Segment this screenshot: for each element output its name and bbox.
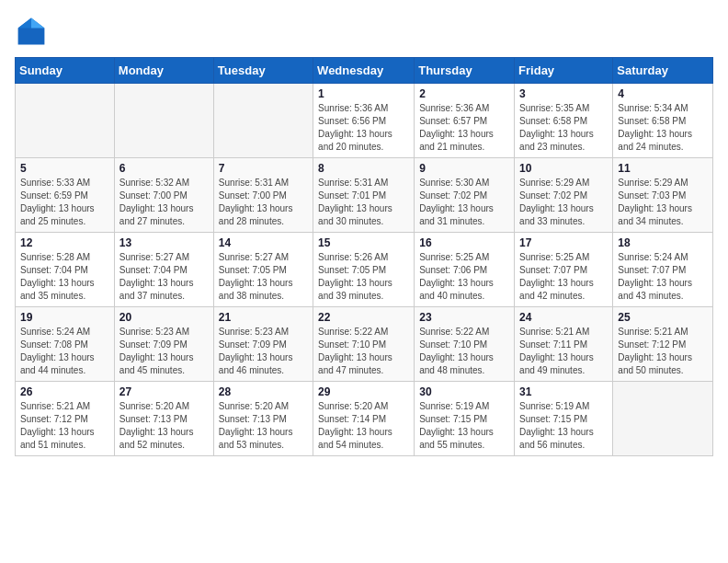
calendar-cell: 20Sunrise: 5:23 AM Sunset: 7:09 PM Dayli… bbox=[114, 307, 213, 382]
calendar-cell: 13Sunrise: 5:27 AM Sunset: 7:04 PM Dayli… bbox=[114, 233, 213, 307]
day-number: 17 bbox=[519, 236, 608, 249]
day-number: 20 bbox=[119, 311, 209, 324]
calendar-cell: 16Sunrise: 5:25 AM Sunset: 7:06 PM Dayli… bbox=[415, 233, 515, 307]
calendar-cell bbox=[114, 84, 213, 158]
day-info: Sunrise: 5:20 AM Sunset: 7:13 PM Dayligh… bbox=[119, 400, 209, 452]
day-number: 3 bbox=[519, 87, 608, 100]
calendar-cell: 18Sunrise: 5:24 AM Sunset: 7:07 PM Dayli… bbox=[613, 233, 713, 307]
calendar-cell bbox=[16, 84, 115, 158]
calendar-cell: 12Sunrise: 5:28 AM Sunset: 7:04 PM Dayli… bbox=[16, 233, 115, 307]
day-number: 9 bbox=[419, 162, 509, 175]
logo bbox=[15, 15, 51, 48]
calendar-cell: 17Sunrise: 5:25 AM Sunset: 7:07 PM Dayli… bbox=[515, 233, 613, 307]
calendar-cell: 29Sunrise: 5:20 AM Sunset: 7:14 PM Dayli… bbox=[313, 382, 415, 456]
calendar-cell: 14Sunrise: 5:27 AM Sunset: 7:05 PM Dayli… bbox=[213, 233, 313, 307]
calendar-cell: 23Sunrise: 5:22 AM Sunset: 7:10 PM Dayli… bbox=[415, 307, 515, 382]
day-number: 18 bbox=[618, 236, 708, 249]
svg-marker-2 bbox=[18, 18, 31, 29]
calendar-cell: 31Sunrise: 5:19 AM Sunset: 7:15 PM Dayli… bbox=[515, 382, 613, 456]
day-info: Sunrise: 5:32 AM Sunset: 7:00 PM Dayligh… bbox=[119, 177, 209, 228]
day-number: 4 bbox=[618, 87, 708, 100]
day-info: Sunrise: 5:30 AM Sunset: 7:02 PM Dayligh… bbox=[419, 177, 509, 228]
day-info: Sunrise: 5:22 AM Sunset: 7:10 PM Dayligh… bbox=[318, 326, 409, 377]
calendar-header-friday: Friday bbox=[515, 58, 613, 84]
calendar-week-1: 1Sunrise: 5:36 AM Sunset: 6:56 PM Daylig… bbox=[16, 84, 713, 158]
day-number: 24 bbox=[519, 311, 608, 324]
day-number: 19 bbox=[20, 311, 109, 324]
day-info: Sunrise: 5:23 AM Sunset: 7:09 PM Dayligh… bbox=[119, 326, 209, 377]
day-number: 15 bbox=[318, 236, 409, 249]
logo-icon bbox=[15, 15, 48, 48]
day-number: 2 bbox=[419, 87, 509, 100]
day-info: Sunrise: 5:25 AM Sunset: 7:06 PM Dayligh… bbox=[419, 251, 509, 303]
day-number: 26 bbox=[20, 385, 109, 398]
day-number: 16 bbox=[419, 236, 509, 249]
calendar-header-row: SundayMondayTuesdayWednesdayThursdayFrid… bbox=[16, 58, 713, 84]
calendar-cell: 22Sunrise: 5:22 AM Sunset: 7:10 PM Dayli… bbox=[313, 307, 415, 382]
day-info: Sunrise: 5:24 AM Sunset: 7:07 PM Dayligh… bbox=[618, 251, 708, 303]
day-info: Sunrise: 5:26 AM Sunset: 7:05 PM Dayligh… bbox=[318, 251, 409, 303]
day-number: 11 bbox=[618, 162, 708, 175]
calendar-cell: 8Sunrise: 5:31 AM Sunset: 7:01 PM Daylig… bbox=[313, 158, 415, 233]
day-number: 27 bbox=[119, 385, 209, 398]
day-number: 8 bbox=[318, 162, 409, 175]
day-info: Sunrise: 5:27 AM Sunset: 7:04 PM Dayligh… bbox=[119, 251, 209, 303]
day-info: Sunrise: 5:34 AM Sunset: 6:58 PM Dayligh… bbox=[618, 102, 708, 154]
calendar-header-monday: Monday bbox=[114, 58, 213, 84]
day-number: 25 bbox=[618, 311, 708, 324]
calendar-cell: 15Sunrise: 5:26 AM Sunset: 7:05 PM Dayli… bbox=[313, 233, 415, 307]
calendar-cell: 30Sunrise: 5:19 AM Sunset: 7:15 PM Dayli… bbox=[415, 382, 515, 456]
day-info: Sunrise: 5:21 AM Sunset: 7:11 PM Dayligh… bbox=[519, 326, 608, 377]
calendar-cell: 10Sunrise: 5:29 AM Sunset: 7:02 PM Dayli… bbox=[515, 158, 613, 233]
day-number: 13 bbox=[119, 236, 209, 249]
day-info: Sunrise: 5:36 AM Sunset: 6:56 PM Dayligh… bbox=[318, 102, 409, 154]
day-info: Sunrise: 5:19 AM Sunset: 7:15 PM Dayligh… bbox=[519, 400, 608, 452]
day-number: 6 bbox=[119, 162, 209, 175]
calendar-header-sunday: Sunday bbox=[16, 58, 115, 84]
day-info: Sunrise: 5:35 AM Sunset: 6:58 PM Dayligh… bbox=[519, 102, 608, 154]
calendar-header-tuesday: Tuesday bbox=[213, 58, 313, 84]
day-info: Sunrise: 5:33 AM Sunset: 6:59 PM Dayligh… bbox=[20, 177, 109, 228]
day-info: Sunrise: 5:20 AM Sunset: 7:13 PM Dayligh… bbox=[219, 400, 308, 452]
calendar-week-2: 5Sunrise: 5:33 AM Sunset: 6:59 PM Daylig… bbox=[16, 158, 713, 233]
calendar-cell: 7Sunrise: 5:31 AM Sunset: 7:00 PM Daylig… bbox=[213, 158, 313, 233]
day-info: Sunrise: 5:29 AM Sunset: 7:03 PM Dayligh… bbox=[618, 177, 708, 228]
calendar-cell: 28Sunrise: 5:20 AM Sunset: 7:13 PM Dayli… bbox=[213, 382, 313, 456]
day-number: 14 bbox=[219, 236, 308, 249]
day-number: 31 bbox=[519, 385, 608, 398]
day-number: 23 bbox=[419, 311, 509, 324]
calendar-cell: 26Sunrise: 5:21 AM Sunset: 7:12 PM Dayli… bbox=[16, 382, 115, 456]
calendar-week-5: 26Sunrise: 5:21 AM Sunset: 7:12 PM Dayli… bbox=[16, 382, 713, 456]
calendar-cell: 19Sunrise: 5:24 AM Sunset: 7:08 PM Dayli… bbox=[16, 307, 115, 382]
calendar-cell: 11Sunrise: 5:29 AM Sunset: 7:03 PM Dayli… bbox=[613, 158, 713, 233]
calendar-cell: 5Sunrise: 5:33 AM Sunset: 6:59 PM Daylig… bbox=[16, 158, 115, 233]
day-info: Sunrise: 5:27 AM Sunset: 7:05 PM Dayligh… bbox=[219, 251, 308, 303]
calendar-header-thursday: Thursday bbox=[415, 58, 515, 84]
day-number: 30 bbox=[419, 385, 509, 398]
day-info: Sunrise: 5:21 AM Sunset: 7:12 PM Dayligh… bbox=[20, 400, 109, 452]
calendar-cell: 9Sunrise: 5:30 AM Sunset: 7:02 PM Daylig… bbox=[415, 158, 515, 233]
day-number: 1 bbox=[318, 87, 409, 100]
day-number: 5 bbox=[20, 162, 109, 175]
day-info: Sunrise: 5:19 AM Sunset: 7:15 PM Dayligh… bbox=[419, 400, 509, 452]
calendar-table: SundayMondayTuesdayWednesdayThursdayFrid… bbox=[15, 57, 713, 456]
day-number: 12 bbox=[20, 236, 109, 249]
day-info: Sunrise: 5:28 AM Sunset: 7:04 PM Dayligh… bbox=[20, 251, 109, 303]
day-number: 29 bbox=[318, 385, 409, 398]
calendar-cell: 3Sunrise: 5:35 AM Sunset: 6:58 PM Daylig… bbox=[515, 84, 613, 158]
day-info: Sunrise: 5:23 AM Sunset: 7:09 PM Dayligh… bbox=[219, 326, 308, 377]
page-header bbox=[15, 15, 713, 48]
calendar-week-3: 12Sunrise: 5:28 AM Sunset: 7:04 PM Dayli… bbox=[16, 233, 713, 307]
day-info: Sunrise: 5:29 AM Sunset: 7:02 PM Dayligh… bbox=[519, 177, 608, 228]
calendar-header-wednesday: Wednesday bbox=[313, 58, 415, 84]
day-number: 28 bbox=[219, 385, 308, 398]
day-number: 7 bbox=[219, 162, 308, 175]
calendar-cell: 24Sunrise: 5:21 AM Sunset: 7:11 PM Dayli… bbox=[515, 307, 613, 382]
calendar-cell: 25Sunrise: 5:21 AM Sunset: 7:12 PM Dayli… bbox=[613, 307, 713, 382]
day-number: 22 bbox=[318, 311, 409, 324]
day-number: 10 bbox=[519, 162, 608, 175]
calendar-cell: 21Sunrise: 5:23 AM Sunset: 7:09 PM Dayli… bbox=[213, 307, 313, 382]
day-info: Sunrise: 5:25 AM Sunset: 7:07 PM Dayligh… bbox=[519, 251, 608, 303]
calendar-cell bbox=[213, 84, 313, 158]
day-info: Sunrise: 5:21 AM Sunset: 7:12 PM Dayligh… bbox=[618, 326, 708, 377]
